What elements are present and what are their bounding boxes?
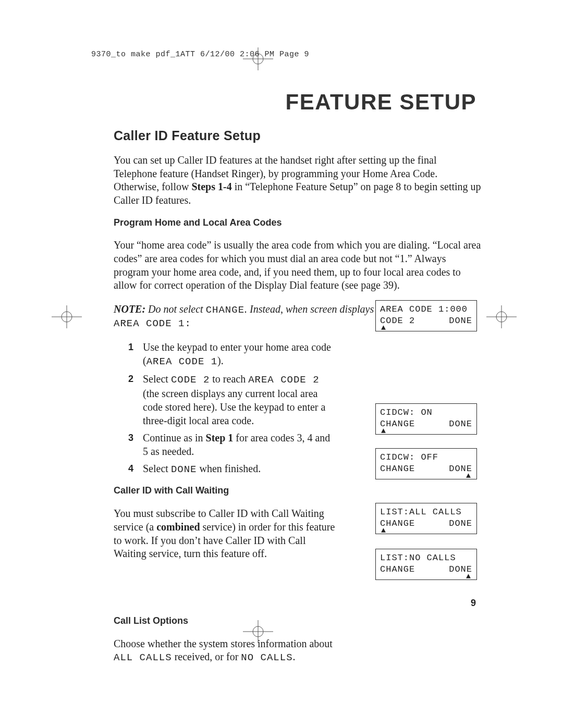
lcd-line-1: LIST:ALL CALLS xyxy=(380,507,472,518)
paraC-1: Choose whether the system stores informa… xyxy=(114,638,333,649)
paraB-strong: combined xyxy=(156,521,200,533)
lcd-left-opt: CHANGE xyxy=(380,464,415,474)
step-body: Select DONE when finished. xyxy=(143,462,338,476)
note-lead: NOTE: xyxy=(114,303,145,315)
step2-m1: CODE 2 xyxy=(171,374,210,386)
step4-post: when finished. xyxy=(197,463,261,474)
step-num: 3 xyxy=(114,431,143,444)
lcd-box: LIST:ALL CALLS CHANGEDONE ▲ xyxy=(375,503,477,534)
step-body: Use the keypad to enter your home area c… xyxy=(143,340,338,368)
step-num: 1 xyxy=(114,340,143,353)
step-3: 3 Continue as in Step 1 for area codes 3… xyxy=(114,431,338,458)
lcd-list-none: LIST:NO CALLS CHANGEDONE ▲ xyxy=(375,549,477,592)
lcd-line-1: AREA CODE 1:000 xyxy=(380,304,472,315)
step-body: Continue as in Step 1 for area codes 3, … xyxy=(143,431,338,458)
subheading-area-codes: Program Home and Local Area Codes xyxy=(114,217,481,228)
step-4: 4 Select DONE when finished. xyxy=(114,462,338,476)
lcd-box: AREA CODE 1:000 CODE 2DONE ▲ xyxy=(375,300,477,331)
running-title: FEATURE SETUP xyxy=(286,90,476,115)
step-2: 2 Select CODE 2 to reach AREA CODE 2 (th… xyxy=(114,372,338,427)
step-num: 4 xyxy=(114,462,143,475)
intro-paragraph: You can set up Caller ID features at the… xyxy=(114,154,481,207)
lcd-line-2: CHANGEDONE xyxy=(380,418,472,430)
svg-point-11 xyxy=(496,312,507,322)
lcd-cidcw-on: CIDCW: ON CHANGEDONE ▲ xyxy=(375,403,477,447)
para-cidcw: You must subscribe to Caller ID with Cal… xyxy=(114,507,338,560)
step3-strong: Step 1 xyxy=(206,432,234,443)
paraC-m2: NO CALLS xyxy=(241,652,292,663)
page-number: 9 xyxy=(471,598,476,609)
lcd-right-opt: DONE xyxy=(449,315,472,327)
arrow-up-icon: ▲ xyxy=(466,573,471,581)
arrow-up-icon: ▲ xyxy=(381,324,386,332)
lcd-right-opt: DONE xyxy=(449,418,472,430)
lcd-right-opt: DONE xyxy=(449,518,472,529)
lcd-box: CIDCW: OFF CHANGEDONE ▲ xyxy=(375,448,477,479)
note-mono-areacode1: AREA CODE 1: xyxy=(114,318,191,329)
content-column: Caller ID Feature Setup You can set up C… xyxy=(114,128,481,675)
lcd-box: LIST:NO CALLS CHANGEDONE ▲ xyxy=(375,549,477,580)
arrow-up-icon: ▲ xyxy=(381,527,386,535)
paraC-3: . xyxy=(293,651,296,662)
lcd-line-1: LIST:NO CALLS xyxy=(380,552,472,564)
step4-m1: DONE xyxy=(171,464,197,475)
lcd-line-2: CHANGEDONE xyxy=(380,564,472,575)
step2-pre: Select xyxy=(143,373,171,385)
step-1: 1 Use the keypad to enter your home area… xyxy=(114,340,338,368)
note-mono-change: CHANGE xyxy=(206,304,244,316)
paraC-2: received, or for xyxy=(172,651,241,662)
step4-pre: Select xyxy=(143,463,171,474)
note-body-2: . Instead, when screen displays xyxy=(244,303,374,315)
paraC-m1: ALL CALLS xyxy=(114,652,172,663)
step2-post: (the screen displays any current local a… xyxy=(143,388,325,426)
svg-point-8 xyxy=(62,312,72,322)
step2-mid: to reach xyxy=(210,373,248,385)
step-body: Select CODE 2 to reach AREA CODE 2 (the … xyxy=(143,372,338,427)
subheading-call-list: Call List Options xyxy=(114,615,481,626)
step-num: 2 xyxy=(114,372,143,385)
step1-m1: AREA CODE 1 xyxy=(146,356,217,367)
lcd-line-2: CODE 2DONE xyxy=(380,315,472,327)
step1-post: ). xyxy=(217,355,224,366)
crop-mark-left xyxy=(52,305,82,328)
intro-steps14: Steps 1-4 xyxy=(191,181,231,192)
lcd-line-2: CHANGEDONE xyxy=(380,518,472,529)
steps-list: 1 Use the keypad to enter your home area… xyxy=(114,340,338,476)
lcd-list-all: LIST:ALL CALLS CHANGEDONE ▲ xyxy=(375,503,477,546)
para-call-list: Choose whether the system stores informa… xyxy=(114,637,338,664)
arrow-up-icon: ▲ xyxy=(466,472,471,480)
lcd-cidcw-off: CIDCW: OFF CHANGEDONE ▲ xyxy=(375,448,477,491)
lcd-box: CIDCW: ON CHANGEDONE ▲ xyxy=(375,403,477,435)
lcd-area-code: AREA CODE 1:000 CODE 2DONE ▲ xyxy=(375,300,477,343)
lcd-line-2: CHANGEDONE xyxy=(380,463,472,475)
step3-pre: Continue as in xyxy=(143,432,206,443)
page: 9370_to make pdf_1ATT 6/12/00 2:06 PM Pa… xyxy=(0,0,563,728)
step2-m2: AREA CODE 2 xyxy=(248,374,319,386)
section-heading: Caller ID Feature Setup xyxy=(114,128,481,143)
arrow-up-icon: ▲ xyxy=(381,427,386,435)
crop-mark-right xyxy=(486,305,517,328)
para-area-codes: Your “home area code” is usually the are… xyxy=(114,239,481,292)
lcd-left-opt: CHANGE xyxy=(380,564,415,574)
note-body-1: Do not select xyxy=(145,303,206,315)
lcd-line-1: CIDCW: OFF xyxy=(380,452,472,463)
lcd-line-1: CIDCW: ON xyxy=(380,407,472,418)
slug-line: 9370_to make pdf_1ATT 6/12/00 2:06 PM Pa… xyxy=(91,50,309,59)
